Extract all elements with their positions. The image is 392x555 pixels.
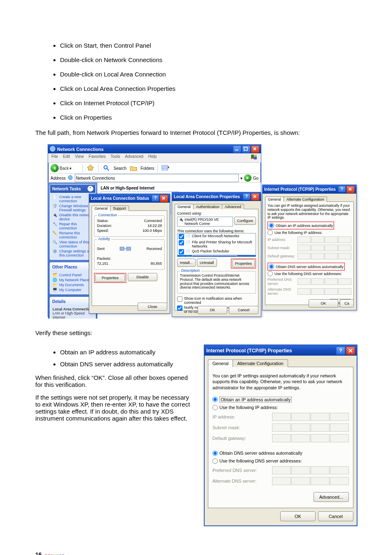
tab-alternate[interactable]: Alternate Configuration	[284, 197, 327, 202]
radio-static-dns[interactable]	[267, 271, 273, 276]
help-button[interactable]: ?	[243, 193, 250, 200]
configure-button[interactable]: Configure	[234, 217, 256, 225]
install-button[interactable]: Install...	[177, 259, 196, 267]
tab-alternate[interactable]: Alternate Configuration	[233, 359, 288, 367]
tab-support[interactable]: Support	[110, 206, 129, 211]
radio-static-ip[interactable]	[267, 230, 273, 235]
up-button[interactable]	[86, 164, 95, 173]
cancel-button[interactable]: Cancel	[318, 511, 353, 521]
menu-edit[interactable]: Edit	[63, 154, 70, 162]
radio-auto-dns[interactable]	[212, 451, 218, 456]
help-button[interactable]: ?	[152, 195, 159, 201]
back-button[interactable]: Back ▾	[51, 164, 71, 172]
folders-icon[interactable]	[129, 164, 138, 173]
task-rename[interactable]: ✏️Rename this connection	[53, 231, 93, 240]
page-footer: 16	[35, 551, 357, 555]
task-settings[interactable]: ⚙️Change settings of this connection	[53, 249, 93, 258]
radio-static-dns[interactable]	[212, 458, 218, 464]
close-button[interactable]	[251, 193, 259, 201]
nic-name: Intel(R) PRO/100 VE Network Conne	[184, 217, 231, 226]
screenshot-composite-1: Network Connections File Edit View Favor…	[48, 144, 357, 317]
folders-label[interactable]: Folders	[141, 166, 154, 171]
other-my-computer[interactable]: 🖥️My Computer	[53, 287, 93, 292]
address-input[interactable]	[75, 174, 239, 182]
radio-static-ip[interactable]	[212, 405, 218, 410]
tab-general[interactable]: General	[265, 197, 284, 202]
ok-button[interactable]: OK	[198, 306, 227, 314]
task-disable[interactable]: 🔌Disable this network device	[53, 213, 93, 222]
item-checkbox[interactable]	[179, 255, 184, 257]
field-label: Alternate DNS server:	[267, 287, 297, 296]
pdns-field	[297, 278, 351, 285]
tab-authentication[interactable]: Authentication	[193, 204, 222, 209]
uninstall-button[interactable]: Uninstall	[197, 259, 217, 267]
field-label: Speed:	[97, 229, 109, 233]
radio-auto-ip[interactable]	[212, 397, 218, 402]
svg-rect-5	[162, 165, 168, 170]
received-label: Received	[146, 247, 162, 251]
menu-advanced[interactable]: Advanced	[125, 154, 143, 162]
cancel-button[interactable]: Ca	[340, 299, 354, 308]
item-checkbox[interactable]	[179, 249, 184, 254]
properties-button[interactable]: Properties	[95, 274, 125, 282]
collapse-icon[interactable]: ⌃	[88, 186, 93, 192]
other-network-places[interactable]: 🌐My Network Places	[53, 278, 93, 282]
advanced-button[interactable]: Advanced...	[314, 492, 349, 502]
menu-view[interactable]: View	[75, 154, 84, 162]
close-button[interactable]: Close	[138, 303, 167, 311]
search-icon[interactable]	[102, 164, 111, 173]
close-button[interactable]	[160, 195, 168, 202]
address-label: Address	[51, 176, 66, 180]
svg-rect-1	[235, 150, 238, 150]
gateway-field	[297, 253, 351, 259]
task-repair[interactable]: 🔧Repair this connection	[53, 222, 93, 231]
forward-button[interactable]	[74, 166, 79, 171]
other-control-panel[interactable]: 🗂️Control Panel	[53, 273, 93, 278]
search-label[interactable]: Search	[113, 166, 127, 171]
disable-button[interactable]: Disable	[128, 273, 157, 281]
show-icon-checkbox[interactable]	[177, 296, 182, 302]
tab-general[interactable]: General	[175, 204, 194, 209]
cancel-button[interactable]: Cancel	[229, 306, 258, 314]
nic-icon: 🔌	[179, 217, 183, 226]
menu-tools[interactable]: Tools	[111, 154, 120, 162]
close-button[interactable]	[251, 146, 259, 153]
item-checkbox[interactable]	[179, 240, 184, 245]
help-button[interactable]: ?	[336, 347, 345, 355]
menu-help[interactable]: Help	[148, 154, 157, 162]
dialog-title: Internet Protocol (TCP/IP) Properties	[264, 187, 336, 192]
group-title: Activity	[97, 237, 111, 241]
properties-button[interactable]: Properties	[232, 259, 255, 268]
help-button[interactable]: ?	[338, 186, 346, 192]
menu-favorites[interactable]: Favorites	[89, 154, 106, 162]
minimize-button[interactable]	[233, 146, 241, 153]
ok-button[interactable]: OK	[280, 511, 316, 521]
svg-rect-11	[120, 247, 124, 250]
tab-general[interactable]: General	[92, 206, 111, 211]
go-button[interactable]	[244, 174, 251, 182]
maximize-button[interactable]	[242, 146, 250, 153]
notify-checkbox[interactable]	[177, 305, 182, 311]
close-button[interactable]	[346, 186, 355, 193]
close-button[interactable]	[346, 347, 355, 355]
address-dropdown[interactable]: ▾	[240, 176, 242, 180]
menu-file[interactable]: File	[51, 154, 58, 162]
svg-point-8	[68, 176, 72, 180]
radio-auto-ip[interactable]	[269, 223, 274, 228]
items-listbox[interactable]: 📄Client for Microsoft Networks 📄File and…	[177, 233, 256, 257]
task-status[interactable]: 🔍View status of this connection	[53, 240, 93, 249]
task-create-connection[interactable]: 📄Create a new connection	[53, 194, 93, 204]
views-button[interactable]	[161, 164, 170, 173]
task-firewall[interactable]: 🛡️Change Windows Firewall settings	[53, 204, 93, 213]
instruction-item: Double-click on Local Area Connection	[60, 70, 357, 79]
tab-advanced[interactable]: Advanced	[222, 204, 244, 209]
page-number: 16	[35, 551, 42, 555]
group-title: Description	[180, 268, 201, 273]
other-my-documents[interactable]: 📁My Documents	[53, 282, 93, 287]
field-label: Preferred DNS server:	[212, 468, 257, 473]
field-label: Alternate DNS server:	[212, 479, 256, 483]
tab-general[interactable]: General	[208, 359, 233, 367]
ok-button[interactable]: OK	[309, 299, 338, 308]
item-checkbox[interactable]	[179, 234, 184, 239]
radio-auto-dns[interactable]	[269, 264, 274, 269]
